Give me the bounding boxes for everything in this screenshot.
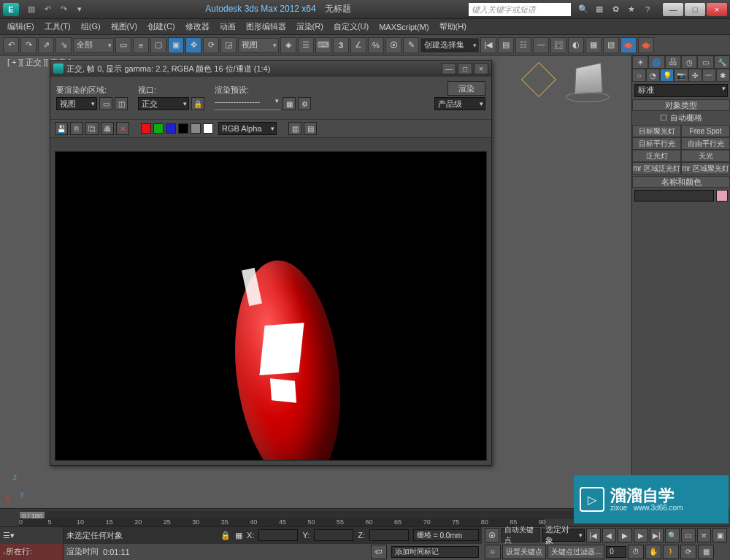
render-win-maximize-button[interactable]: □: [458, 63, 472, 74]
select-icon[interactable]: ▭: [115, 37, 131, 53]
quick-render-icon[interactable]: 🫖: [620, 37, 637, 53]
set-key-icon[interactable]: ⦿: [485, 528, 499, 542]
subtab-geometry[interactable]: ○: [632, 69, 646, 82]
light-free-direct-button[interactable]: 自由平行光: [681, 137, 730, 150]
channel-alpha-icon[interactable]: [178, 123, 188, 134]
time-config-icon[interactable]: ⏱: [628, 545, 644, 559]
set-key-button[interactable]: 设置关键点: [502, 545, 546, 559]
subtab-systems[interactable]: ✱: [716, 69, 730, 82]
exchange-icon[interactable]: ✿: [608, 3, 623, 16]
tab-hierarchy[interactable]: 品: [665, 55, 681, 69]
lock-selection-icon[interactable]: 🔒: [220, 531, 231, 540]
nav-zoom-icon[interactable]: 🔍: [665, 528, 680, 542]
tab-create[interactable]: ☀: [632, 55, 648, 69]
render-icon[interactable]: 🫖: [638, 37, 654, 53]
tab-modify[interactable]: 🌀: [648, 55, 664, 69]
render-output-canvas[interactable]: [55, 151, 487, 461]
copy-image-icon[interactable]: ⎘: [70, 122, 83, 135]
close-button[interactable]: ×: [707, 3, 727, 16]
qat-undo-icon[interactable]: ↶: [40, 3, 55, 16]
viewcube-ring[interactable]: [566, 92, 610, 102]
channel-dropdown[interactable]: RGB Alpha: [218, 122, 277, 135]
next-frame-icon[interactable]: ▶: [634, 528, 648, 542]
unlink-icon[interactable]: ⇘: [55, 37, 72, 53]
signin-icon[interactable]: ▦: [592, 3, 607, 16]
category-dropdown[interactable]: 标准: [634, 84, 728, 97]
keyboard-shortcut-icon[interactable]: ⌨: [315, 37, 331, 53]
minimize-button[interactable]: —: [663, 3, 683, 16]
nav-walk-icon[interactable]: 🚶: [663, 545, 679, 559]
menu-create[interactable]: 创建(C): [143, 20, 179, 34]
pivot-icon[interactable]: ◈: [280, 37, 296, 53]
menu-customize[interactable]: 自定义(U): [329, 20, 373, 34]
nav-orbit-icon[interactable]: ⟳: [680, 545, 696, 559]
play-icon[interactable]: ▶: [618, 528, 632, 542]
render-area-auto-icon[interactable]: ◫: [115, 97, 128, 110]
menu-views[interactable]: 视图(V): [107, 20, 142, 34]
menu-help[interactable]: 帮助(H): [435, 20, 471, 34]
tab-display[interactable]: ▭: [697, 55, 713, 69]
angle-snap-icon[interactable]: ∠: [350, 37, 366, 53]
maximize-button[interactable]: □: [685, 3, 705, 16]
viewcube[interactable]: [575, 63, 602, 94]
goto-start-icon[interactable]: |◀: [586, 528, 601, 542]
render-viewport-dropdown[interactable]: 正交: [138, 97, 189, 110]
select-move-icon[interactable]: ✥: [185, 37, 201, 53]
clone-frame-icon[interactable]: ⿻: [85, 122, 99, 135]
print-icon[interactable]: 🖶: [101, 122, 114, 135]
render-win-close-button[interactable]: ×: [474, 63, 488, 74]
nav-region-icon[interactable]: ▣: [712, 528, 727, 542]
nav-compass-icon[interactable]: [521, 62, 556, 97]
save-image-icon[interactable]: 💾: [55, 122, 68, 135]
key-mode-icon[interactable]: ⌗: [485, 545, 501, 559]
autogrid-checkbox[interactable]: ☐ 自动栅格: [632, 111, 730, 125]
favorite-icon[interactable]: ★: [624, 3, 639, 16]
app-icon[interactable]: E: [3, 3, 19, 16]
clear-icon[interactable]: ✕: [116, 122, 129, 135]
subtab-cameras[interactable]: 📷: [674, 69, 688, 82]
nav-maximize-icon[interactable]: ▦: [698, 545, 714, 559]
rollout-object-type[interactable]: 对象类型: [632, 99, 730, 111]
nav-zoomall-icon[interactable]: ▭: [681, 528, 696, 542]
render-preset-dropdown[interactable]: -----------------: [215, 97, 280, 110]
select-name-icon[interactable]: ≡: [133, 37, 149, 53]
light-target-spot-button[interactable]: 目标聚光灯: [632, 125, 681, 137]
channel-bg-icon[interactable]: [203, 123, 213, 134]
render-setup-icon-2[interactable]: ▦: [283, 97, 296, 110]
rendered-frame-icon[interactable]: ▧: [603, 37, 619, 53]
schematic-icon[interactable]: ⿴: [550, 37, 566, 53]
object-color-swatch[interactable]: [716, 190, 728, 202]
manipulate-icon[interactable]: ☰: [298, 37, 314, 53]
light-mr-omni-button[interactable]: mr 区域泛光灯: [632, 162, 681, 174]
add-time-tag-field[interactable]: 添加时间标记: [391, 546, 479, 558]
maxscript-mini-button[interactable]: ☰▾: [0, 527, 63, 544]
object-name-input[interactable]: [634, 190, 714, 202]
qat-dropdown-icon[interactable]: ▾: [72, 3, 87, 16]
render-area-edit-icon[interactable]: ▭: [99, 97, 112, 110]
material-editor-icon[interactable]: ◐: [568, 37, 584, 53]
environment-icon[interactable]: ⚙: [298, 97, 311, 110]
menu-group[interactable]: 组(G): [77, 20, 105, 34]
spinner-snap-icon[interactable]: ⦿: [385, 37, 402, 53]
window-crossing-icon[interactable]: ▣: [168, 37, 184, 53]
listener-prompt[interactable]: - 所在行:: [0, 544, 63, 561]
toggle-overlay-b-icon[interactable]: ▤: [304, 122, 317, 135]
light-skylight-button[interactable]: 天光: [681, 150, 730, 162]
edit-named-sel-icon[interactable]: ✎: [403, 37, 419, 53]
named-sel-dropdown[interactable]: 创建选择集: [420, 38, 479, 53]
prev-frame-icon[interactable]: ◀: [602, 528, 617, 542]
coord-x-input[interactable]: [258, 529, 298, 541]
render-win-minimize-button[interactable]: —: [442, 63, 456, 74]
menu-grapheditors[interactable]: 图形编辑器: [242, 20, 291, 34]
light-target-direct-button[interactable]: 目标平行光: [632, 137, 681, 150]
qat-redo-icon[interactable]: ↷: [56, 3, 71, 16]
light-mr-spot-button[interactable]: mr 区域聚光灯: [681, 162, 730, 174]
auto-key-button[interactable]: 自动关键点: [501, 528, 540, 542]
subtab-helpers[interactable]: ✣: [688, 69, 702, 82]
undo-icon[interactable]: ↶: [3, 37, 19, 53]
curve-editor-icon[interactable]: 〰: [533, 37, 549, 53]
selection-filter-dropdown[interactable]: 全部: [73, 38, 114, 53]
menu-maxscript[interactable]: MAXScript(M): [374, 21, 433, 33]
channel-red-icon[interactable]: [141, 123, 151, 134]
redo-icon[interactable]: ↷: [20, 37, 36, 53]
